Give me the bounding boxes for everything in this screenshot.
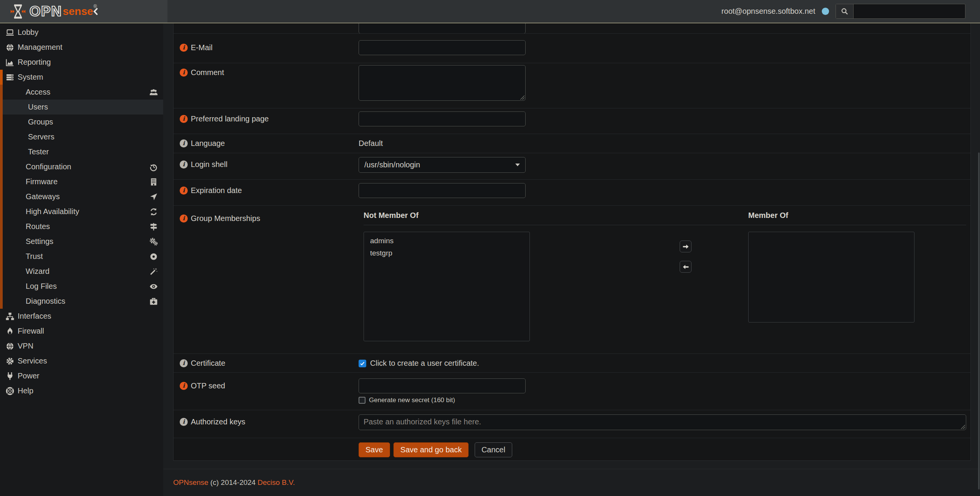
check-icon — [360, 361, 365, 366]
sitemap-icon — [5, 312, 15, 321]
footer-deciso-link[interactable]: Deciso B.V. — [257, 478, 295, 486]
sidebar-item-label: High Availability — [26, 207, 79, 216]
save-and-go-back-button[interactable]: Save and go back — [393, 442, 469, 457]
form-row-landing-page: i Preferred landing page — [174, 108, 970, 134]
sidebar-item-system[interactable]: System — [0, 70, 163, 85]
main-content: i E-Mail i Comment i Preferred landing p… — [163, 23, 980, 496]
generate-secret-checkbox[interactable] — [359, 397, 365, 404]
form-row-language: i Language Default — [174, 134, 970, 153]
info-icon: i — [180, 359, 188, 367]
sidebar-item-users[interactable]: Users — [0, 100, 163, 115]
building-icon — [149, 178, 158, 186]
add-to-group-button[interactable] — [680, 241, 692, 252]
authorized-keys-textarea[interactable] — [359, 414, 966, 430]
chevron-down-icon — [515, 164, 520, 166]
field-label: Comment — [191, 65, 224, 80]
expiration-date-input[interactable] — [359, 183, 526, 198]
sidebar-item-label: Help — [18, 386, 33, 395]
sidebar-item-vpn[interactable]: VPN — [0, 339, 163, 354]
sidebar-item-lobby[interactable]: Lobby — [0, 25, 163, 40]
sidebar-item-trust[interactable]: Trust — [0, 249, 163, 264]
globe-icon — [5, 342, 15, 350]
sidebar-item-help[interactable]: Help — [0, 383, 163, 398]
sidebar-item-gateways[interactable]: Gateways — [0, 189, 163, 204]
generate-secret-label: Generate new secret (160 bit) — [369, 396, 455, 404]
arrow-left-icon — [682, 264, 689, 270]
sidebar-item-servers[interactable]: Servers — [0, 129, 163, 144]
users-icon — [149, 88, 158, 97]
list-item[interactable]: admins — [364, 235, 529, 247]
medkit-icon — [149, 297, 158, 306]
field-label: Preferred landing page — [191, 111, 269, 126]
search-icon — [836, 4, 854, 18]
sidebar-item-log-files[interactable]: Log Files — [0, 279, 163, 294]
certificate-checkbox-label: Click to create a user certificate. — [370, 359, 479, 368]
info-icon: i — [180, 418, 188, 426]
sidebar-item-settings[interactable]: Settings — [0, 234, 163, 249]
field-label: Certificate — [191, 356, 225, 371]
list-item[interactable]: testgrp — [364, 247, 529, 259]
otp-seed-input[interactable] — [359, 378, 526, 393]
landing-page-input[interactable] — [359, 111, 526, 126]
email-input[interactable] — [359, 40, 526, 55]
info-icon: i — [180, 382, 188, 390]
info-icon: i — [180, 69, 188, 77]
login-shell-value: /usr/sbin/nologin — [364, 160, 420, 169]
form-row-partial — [174, 23, 970, 33]
form-row-certificate: i Certificate Click to create a user cer… — [174, 354, 970, 372]
sidebar-item-tester[interactable]: Tester — [0, 144, 163, 159]
plug-icon — [5, 372, 15, 380]
info-icon: i — [180, 187, 188, 195]
sidebar-item-firewall[interactable]: Firewall — [0, 324, 163, 339]
footer-opnsense-link[interactable]: OPNsense — [173, 478, 208, 486]
info-icon: i — [180, 160, 188, 169]
sidebar-item-label: Log Files — [26, 282, 57, 291]
partial-input[interactable] — [359, 23, 526, 33]
info-icon: i — [180, 44, 188, 52]
sidebar-item-label: Configuration — [26, 162, 71, 171]
field-label: Authorized keys — [191, 414, 245, 429]
sidebar-item-label: Tester — [28, 147, 49, 156]
map-signs-icon — [149, 223, 158, 231]
form-row-group-memberships: i Group Memberships Not Member Of Member… — [174, 205, 970, 354]
form-actions-row: Save Save and go back Cancel — [174, 438, 970, 460]
sidebar-item-diagnostics[interactable]: Diagnostics — [0, 294, 163, 309]
server-icon — [5, 73, 15, 82]
magic-icon — [149, 267, 158, 276]
sidebar-item-power[interactable]: Power — [0, 368, 163, 383]
create-certificate-checkbox[interactable] — [359, 360, 366, 367]
info-icon: i — [180, 214, 188, 223]
sidebar-item-services[interactable]: Services — [0, 354, 163, 368]
sidebar-item-label: Trust — [26, 252, 43, 261]
logo-text-opn: OPN — [29, 4, 62, 18]
sidebar-item-reporting[interactable]: Reporting — [0, 55, 163, 70]
comment-textarea[interactable] — [359, 65, 526, 101]
cancel-button[interactable]: Cancel — [475, 442, 512, 457]
page-scrollbar[interactable] — [978, 152, 980, 489]
sidebar-item-configuration[interactable]: Configuration — [0, 159, 163, 174]
not-member-of-list[interactable]: admins testgrp — [364, 232, 530, 341]
user-edit-form: i E-Mail i Comment i Preferred landing p… — [173, 23, 971, 461]
sidebar-item-label: Lobby — [18, 28, 39, 37]
sidebar-item-management[interactable]: Management — [0, 40, 163, 55]
sidebar-item-label: Gateways — [26, 192, 60, 201]
sidebar-item-label: System — [18, 73, 43, 82]
sidebar-item-label: Servers — [28, 133, 54, 141]
sidebar-item-wizard[interactable]: Wizard — [0, 264, 163, 279]
save-button[interactable]: Save — [359, 442, 390, 457]
sidebar-item-high-availability[interactable]: High Availability — [0, 204, 163, 219]
top-bar: OPNsense® root@opnsense.softbox.net — [0, 0, 980, 23]
field-label: E-Mail — [191, 40, 213, 55]
login-shell-select[interactable]: /usr/sbin/nologin — [359, 157, 526, 173]
sidebar-item-interfaces[interactable]: Interfaces — [0, 309, 163, 324]
search-input[interactable] — [854, 4, 965, 18]
member-of-list[interactable] — [748, 232, 914, 322]
sidebar-item-routes[interactable]: Routes — [0, 219, 163, 234]
sidebar-collapse-button[interactable] — [91, 7, 101, 16]
remove-from-group-button[interactable] — [680, 261, 692, 273]
sidebar-item-groups[interactable]: Groups — [0, 115, 163, 129]
sidebar-item-firmware[interactable]: Firmware — [0, 174, 163, 189]
sidebar-item-label: Interfaces — [18, 312, 51, 321]
sidebar-item-access[interactable]: Access — [0, 85, 163, 100]
sidebar-item-label: Settings — [26, 237, 53, 246]
